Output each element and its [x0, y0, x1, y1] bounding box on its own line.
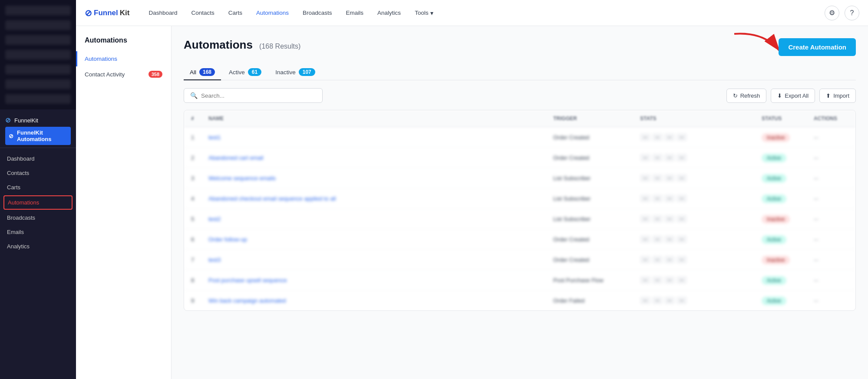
cell-actions: ···: [814, 175, 848, 181]
table-row: 2 Abandoned cart email Order Created ---…: [184, 148, 855, 168]
topnav-analytics[interactable]: Analytics: [371, 6, 407, 20]
col-stats: Stats: [640, 115, 762, 122]
cell-name[interactable]: test3: [208, 257, 553, 263]
sidebar-item-automations[interactable]: Automations: [3, 195, 73, 210]
refresh-icon: ↻: [733, 92, 738, 99]
search-icon: 🔍: [190, 92, 198, 99]
cell-status: Inactive: [762, 257, 814, 263]
main-area: ⊘ FunnelKit Dashboard Contacts Carts Aut…: [76, 0, 868, 379]
sub-sidebar-item-automations[interactable]: Automations: [76, 51, 171, 66]
tab-inactive-badge: 107: [299, 68, 315, 76]
sidebar-item-dashboard[interactable]: Dashboard: [0, 152, 76, 166]
content-layout: Automations Automations Contact Activity…: [76, 26, 868, 379]
sidebar-funnelkit-automations-label: FunnelKitAutomations: [17, 129, 51, 142]
cell-status: Active: [762, 195, 814, 202]
cell-trigger: Order Created: [553, 134, 640, 141]
sidebar-funnelkit-label: FunnelKit: [14, 117, 38, 124]
cell-name[interactable]: Order follow-up: [208, 236, 553, 243]
refresh-label: Refresh: [740, 92, 760, 99]
top-nav: ⊘ FunnelKit Dashboard Contacts Carts Aut…: [76, 0, 868, 26]
cell-actions: ···: [814, 195, 848, 202]
refresh-button[interactable]: ↻ Refresh: [726, 89, 767, 103]
tab-active-label: Active: [229, 69, 245, 76]
sub-sidebar-item-contact-activity[interactable]: Contact Activity 358: [76, 66, 171, 82]
sidebar-blur-7: [5, 94, 71, 104]
tab-inactive[interactable]: Inactive 107: [269, 65, 321, 80]
cell-status: Active: [762, 297, 814, 304]
topnav-automations[interactable]: Automations: [250, 6, 295, 20]
arrow-svg: [730, 30, 786, 60]
cell-name[interactable]: Abandoned checkout email sequence applie…: [208, 195, 553, 202]
tab-all[interactable]: All 168: [184, 65, 221, 80]
topnav-carts[interactable]: Carts: [222, 6, 248, 20]
cell-trigger: List Subscriber: [553, 216, 640, 222]
chevron-down-icon: ▾: [430, 10, 433, 16]
tab-active[interactable]: Active 61: [223, 65, 267, 80]
cell-name[interactable]: test2: [208, 216, 553, 222]
cell-stats: --------: [640, 235, 762, 243]
cell-name[interactable]: test1: [208, 134, 553, 141]
cell-num: 9: [191, 297, 208, 304]
sidebar-funnelkit-automations-brand[interactable]: ⊘ FunnelKitAutomations: [5, 127, 71, 145]
cell-status: Active: [762, 236, 814, 243]
tabs-row: All 168 Active 61 Inactive 107: [184, 65, 856, 80]
import-label: Import: [833, 92, 849, 99]
sidebar-blur-4: [5, 50, 71, 59]
page-title: Automations (168 Results): [184, 38, 300, 51]
toolbar: 🔍 ↻ Refresh ⬇ Export All ⬆ Import: [184, 88, 856, 103]
sidebar-item-carts[interactable]: Carts: [0, 180, 76, 194]
cell-actions: ···: [814, 277, 848, 283]
create-automation-button[interactable]: Create Automation: [779, 38, 856, 56]
topnav-broadcasts[interactable]: Broadcasts: [297, 6, 338, 20]
cell-stats: --------: [640, 215, 762, 223]
search-box[interactable]: 🔍: [184, 88, 323, 103]
topnav-tools[interactable]: Tools ▾: [409, 6, 439, 20]
col-name: Name: [208, 115, 553, 122]
search-input[interactable]: [201, 92, 316, 99]
sidebar-item-analytics[interactable]: Analytics: [0, 239, 76, 254]
cell-trigger: Order Created: [553, 155, 640, 161]
cell-stats: --------: [640, 154, 762, 161]
sidebar-item-broadcasts[interactable]: Broadcasts: [0, 211, 76, 225]
content-title-area: Automations (168 Results): [184, 38, 300, 52]
sidebar-item-contacts[interactable]: Contacts: [0, 166, 76, 180]
col-status: Status: [762, 115, 814, 122]
contact-activity-badge: 358: [149, 71, 162, 78]
cell-num: 6: [191, 236, 208, 243]
left-sidebar: ⊘ FunnelKit ⊘ FunnelKitAutomations Dashb…: [0, 0, 76, 379]
topnav-emails[interactable]: Emails: [340, 6, 370, 20]
cell-name[interactable]: Abandoned cart email: [208, 155, 553, 161]
cell-stats: --------: [640, 297, 762, 304]
cell-trigger: Order Created: [553, 236, 640, 243]
tab-all-label: All: [190, 69, 196, 76]
sidebar-top-blur: [0, 0, 76, 109]
cell-status: Active: [762, 277, 814, 283]
sidebar-item-emails[interactable]: Emails: [0, 225, 76, 239]
settings-icon-button[interactable]: ⚙: [825, 6, 839, 20]
funnelkit-logo-icon: ⊘: [5, 116, 11, 124]
top-nav-links: Dashboard Contacts Carts Automations Bro…: [142, 6, 825, 20]
cell-name[interactable]: Post purchase upsell sequence: [208, 277, 553, 283]
table-row: 7 test3 Order Created -------- Inactive …: [184, 250, 855, 270]
help-icon-button[interactable]: ?: [845, 6, 859, 20]
sub-sidebar-title: Automations: [76, 36, 171, 51]
sidebar-funnelkit-brand[interactable]: ⊘ FunnelKit: [5, 114, 71, 127]
cell-status: Inactive: [762, 134, 814, 141]
cell-stats: --------: [640, 194, 762, 202]
topnav-dashboard[interactable]: Dashboard: [142, 6, 183, 20]
cell-name[interactable]: Win back campaign automated: [208, 297, 553, 304]
logo-funnel-text: Funnel: [94, 9, 118, 17]
cell-trigger: List Subscriber: [553, 195, 640, 202]
sidebar-blur-5: [5, 65, 71, 74]
cell-name[interactable]: Welcome sequence emails: [208, 175, 553, 181]
logo-v-icon: ⊘: [85, 8, 92, 18]
sidebar-blur-2: [5, 20, 71, 30]
topnav-contacts[interactable]: Contacts: [185, 6, 220, 20]
sidebar-blur-3: [5, 35, 71, 45]
cell-actions: ···: [814, 155, 848, 161]
import-button[interactable]: ⬆ Import: [819, 89, 856, 103]
export-all-button[interactable]: ⬇ Export All: [771, 89, 815, 103]
cell-trigger: Order Created: [553, 257, 640, 263]
sub-sidebar-contact-activity-label: Contact Activity: [85, 71, 125, 78]
cell-actions: ···: [814, 297, 848, 304]
